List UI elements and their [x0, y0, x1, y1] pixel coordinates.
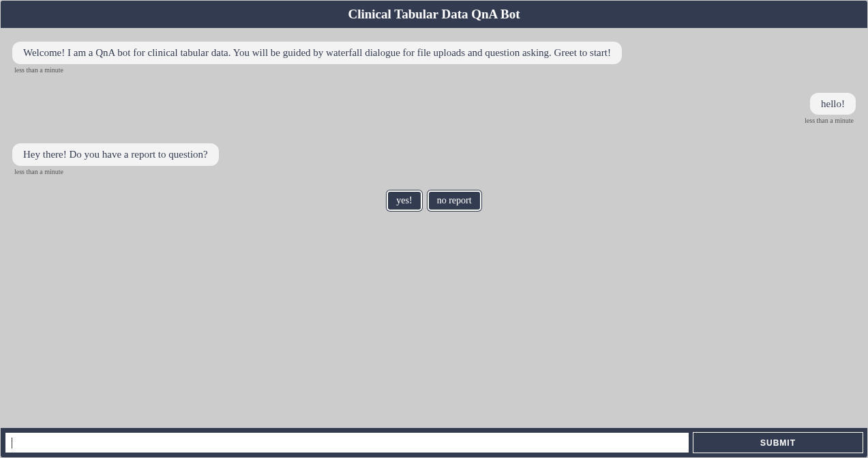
- message-timestamp: less than a minute: [12, 168, 65, 175]
- app-title: Clinical Tabular Data QnA Bot: [348, 7, 520, 21]
- message-input[interactable]: [5, 432, 689, 453]
- text-cursor-icon: [12, 438, 12, 448]
- bot-message-bubble: Welcome! I am a QnA bot for clinical tab…: [12, 42, 622, 64]
- input-footer: SUBMIT: [1, 428, 867, 457]
- bot-message-block: Hey there! Do you have a report to quest…: [12, 143, 856, 175]
- message-timestamp: less than a minute: [803, 117, 856, 124]
- submit-button[interactable]: SUBMIT: [693, 432, 863, 453]
- bot-message-block: Welcome! I am a QnA bot for clinical tab…: [12, 42, 856, 74]
- message-timestamp: less than a minute: [12, 66, 65, 74]
- quick-reply-choices: yes! no report: [12, 190, 856, 211]
- bot-message-bubble: Hey there! Do you have a report to quest…: [12, 143, 219, 166]
- user-message-block: hello! less than a minute: [12, 93, 856, 125]
- user-message-bubble: hello!: [810, 93, 856, 115]
- choice-yes-button[interactable]: yes!: [387, 190, 421, 211]
- choice-no-report-button[interactable]: no report: [428, 190, 481, 211]
- app-header: Clinical Tabular Data QnA Bot: [1, 1, 867, 28]
- chat-area: Welcome! I am a QnA bot for clinical tab…: [0, 28, 868, 428]
